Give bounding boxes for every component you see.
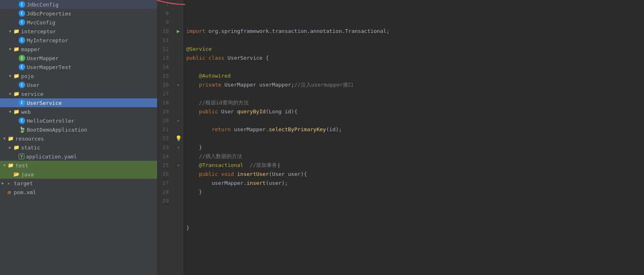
code-line-25: } — [186, 188, 636, 197]
token: } — [186, 223, 190, 232]
gutter-14 — [174, 63, 183, 71]
token: selectByPrimaryKey — [269, 125, 326, 134]
tree-label-web: web — [21, 109, 30, 115]
file-icon-pomxml: m — [6, 189, 12, 195]
tree-arrow-myinterceptor[interactable] — [13, 37, 19, 43]
gutter-12 — [174, 45, 183, 54]
gutter-7 — [174, 0, 183, 9]
gutter-27 — [174, 179, 183, 188]
sidebar-item-userservice[interactable]: CUserService — [0, 98, 157, 107]
tree-label-hellocontroller: HelloController — [27, 118, 74, 124]
run-icon[interactable]: ▶ — [177, 27, 180, 36]
tree-arrow-pomxml[interactable] — [0, 189, 6, 195]
tree-label-resources: resources — [15, 136, 44, 142]
token: insert — [247, 179, 266, 188]
sidebar-item-interceptor[interactable]: 📁interceptor — [0, 27, 157, 36]
tree-arrow-static[interactable] — [7, 145, 13, 150]
tree-arrow-application[interactable] — [13, 154, 19, 159]
gutter-16: ◈ — [174, 80, 183, 89]
tree-label-user: User — [27, 82, 39, 88]
tree-arrow-user[interactable] — [13, 82, 19, 88]
sidebar-item-pomxml[interactable]: mpom.xml — [0, 188, 157, 197]
fold-icon[interactable]: ◈ — [177, 143, 179, 152]
tree-arrow-usermappertest[interactable] — [13, 64, 19, 70]
tree-arrow-userservice[interactable] — [13, 100, 19, 106]
tree-arrow-test[interactable] — [2, 162, 7, 168]
sidebar-item-test[interactable]: 📁test — [0, 161, 157, 170]
file-icon-resources: 📁 — [7, 135, 14, 142]
line-number-27: 27 — [160, 179, 170, 188]
file-icon-jdbcproperties: C — [19, 10, 25, 17]
code-line-20: } — [186, 143, 636, 152]
tree-arrow-hellocontroller[interactable] — [13, 118, 19, 123]
sidebar-item-java[interactable]: 📂java — [0, 170, 157, 179]
code-line-15: //根据id查询的方法 — [186, 98, 636, 107]
line-number-15: 15 — [160, 71, 170, 80]
token: //插入数据的方法 — [199, 152, 242, 161]
sidebar-item-usermapper[interactable]: IUserMapper — [0, 54, 157, 63]
line-numbers: 7891011121314151617181920212223242526272… — [157, 0, 174, 275]
file-icon-java: 📂 — [13, 171, 19, 178]
tree-arrow-jdbcproperties[interactable] — [13, 11, 19, 16]
tree-arrow-pojo[interactable] — [7, 73, 13, 79]
sidebar-item-web[interactable]: 📁web — [0, 107, 157, 116]
sidebar-item-mapper[interactable]: 📁mapper — [0, 45, 157, 54]
gutter-8 — [174, 9, 183, 18]
sidebar-item-service[interactable]: 📁service — [0, 89, 157, 98]
line-number-25: 25 — [160, 161, 170, 170]
code-content[interactable]: import org.springframework.transaction.a… — [183, 0, 644, 275]
sidebar-item-myinterceptor[interactable]: CMyInterceptor — [0, 36, 157, 45]
sidebar-item-pojo[interactable]: 📁pojo — [0, 71, 157, 80]
tree-arrow-interceptor[interactable] — [7, 28, 13, 34]
code-line-23: public void insertUser(User user){ — [186, 170, 636, 179]
file-icon-user: C — [19, 82, 25, 88]
sidebar-item-target[interactable]: ▸target — [0, 179, 157, 188]
sidebar-item-usermappertest[interactable]: CUserMapperTest — [0, 63, 157, 71]
tree-arrow-web[interactable] — [7, 109, 13, 115]
sidebar-item-bootdemo[interactable]: 🍃BootDemoApplication — [0, 125, 157, 134]
sidebar-item-application[interactable]: Yapplication.yaml — [0, 152, 157, 161]
tree-arrow-java[interactable] — [7, 171, 13, 177]
token — [186, 143, 199, 152]
line-number-13: 13 — [160, 54, 170, 63]
token: userMapper — [212, 179, 243, 188]
token: @Transactional — [199, 161, 250, 170]
token: org.springframework.transaction.annotati… — [209, 27, 345, 36]
sidebar-item-resources[interactable]: 📁resources — [0, 134, 157, 143]
sidebar-item-mvcconfig[interactable]: CMvcConfig — [0, 18, 157, 27]
tree-arrow-mvcconfig[interactable] — [13, 19, 19, 25]
token — [186, 98, 199, 107]
tree-arrow-resources[interactable] — [2, 136, 7, 141]
tree-arrow-mapper[interactable] — [7, 46, 13, 52]
gutter-18 — [174, 98, 183, 107]
gutter-21 — [174, 125, 183, 134]
file-icon-static: 📁 — [13, 144, 19, 151]
file-icon-usermapper: I — [19, 55, 25, 61]
tree-arrow-jdbcconfig[interactable] — [13, 2, 19, 7]
line-number-23: 23 — [160, 143, 170, 152]
sidebar-item-jdbcconfig[interactable]: CJdbcConfig — [0, 0, 157, 9]
fold-icon[interactable]: ◈ — [177, 80, 179, 89]
file-tree[interactable]: CJdbcConfigCJdbcPropertiesCMvcConfig📁int… — [0, 0, 157, 275]
token: ; — [386, 27, 390, 36]
token: ){ — [301, 170, 307, 179]
fold-icon[interactable]: ◈ — [177, 161, 179, 170]
token: . — [243, 179, 247, 188]
tree-arrow-bootdemo[interactable] — [13, 127, 19, 132]
file-icon-service: 📁 — [13, 91, 19, 97]
sidebar-item-user[interactable]: CUser — [0, 80, 157, 89]
line-number-26: 26 — [160, 170, 170, 179]
tree-arrow-target[interactable] — [0, 180, 6, 186]
code-line-24: userMapper.insert(user); — [186, 179, 636, 188]
file-icon-interceptor: 📁 — [13, 28, 19, 35]
token — [186, 179, 212, 188]
sidebar-item-hellocontroller[interactable]: CHelloController — [0, 116, 157, 125]
sidebar-item-static[interactable]: 📁static — [0, 143, 157, 152]
tree-label-service: service — [21, 91, 43, 97]
file-icon-usermappertest: C — [19, 64, 25, 70]
tree-arrow-service[interactable] — [7, 91, 13, 97]
tree-arrow-usermapper[interactable] — [13, 55, 19, 61]
sidebar-item-jdbcproperties[interactable]: CJdbcProperties — [0, 9, 157, 18]
line-number-17: 17 — [160, 89, 170, 98]
fold-icon[interactable]: ◈ — [177, 116, 179, 125]
